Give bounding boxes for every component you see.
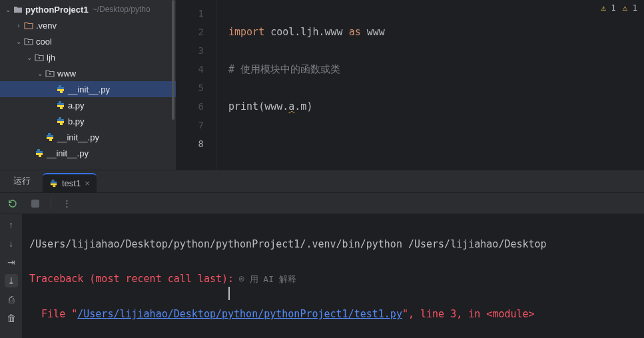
tree-label: __init__.py	[68, 84, 110, 94]
code-token: www	[367, 26, 385, 38]
code-token: as	[349, 26, 361, 38]
code-token: a	[288, 100, 294, 112]
line-number: 3	[176, 41, 204, 60]
scrollbar[interactable]	[172, 0, 174, 120]
chevron-down-icon: ⌄	[15, 38, 23, 45]
trash-icon[interactable]: 🗑	[5, 311, 18, 325]
tree-item-venv[interactable]: › .venv	[0, 17, 176, 33]
console-line: ", line 3, in <module>	[402, 308, 535, 320]
chevron-down-icon: ⌄	[4, 6, 12, 13]
tree-item-ljh[interactable]: ⌄ ljh	[0, 49, 176, 65]
code-token: print	[228, 100, 258, 112]
scroll-down-icon[interactable]: ↓	[5, 237, 18, 250]
line-number: 4	[176, 60, 204, 79]
more-button[interactable]: ⋮	[59, 196, 74, 211]
line-number: 5	[176, 79, 204, 97]
code-token: www.	[264, 100, 288, 112]
console-line: Traceback (most recent call last):	[29, 273, 234, 285]
soft-wrap-icon[interactable]: ⇥	[5, 255, 18, 269]
python-file-icon	[55, 84, 67, 94]
chevron-down-icon: ⌄	[25, 54, 33, 61]
tree-label: www	[57, 69, 76, 79]
line-number: 6	[176, 97, 204, 116]
folder-icon	[23, 21, 35, 29]
tree-item-init-www[interactable]: __init__.py	[0, 81, 176, 97]
python-file-icon	[55, 116, 67, 126]
code-token: )	[306, 100, 312, 112]
warning-count: 1	[611, 3, 615, 13]
svg-point-0	[28, 41, 29, 43]
line-number: 7	[176, 116, 204, 134]
warning-icon: ⚠	[601, 3, 606, 13]
caret	[228, 287, 230, 300]
tree-item-init-ljh[interactable]: __init__.py	[0, 129, 176, 145]
tree-root[interactable]: ⌄ pythonProject1 ~/Desktop/pytho	[0, 1, 176, 17]
print-icon[interactable]: ⎙	[5, 293, 18, 306]
svg-point-2	[49, 73, 51, 75]
close-icon[interactable]: ×	[85, 178, 90, 188]
tree-item-a[interactable]: a.py	[0, 97, 176, 113]
package-icon	[23, 37, 35, 45]
tree-label: __init__.py	[57, 132, 99, 142]
python-file-icon	[55, 100, 67, 110]
code-editor[interactable]: ⚠ 1 ⚠ 1 1 2 3 4 5 6 7 8 import cool.ljh.…	[176, 0, 644, 170]
run-tab[interactable]: test1 ×	[43, 173, 97, 192]
tree-label: .venv	[36, 21, 57, 31]
stop-button[interactable]	[28, 196, 43, 211]
tree-label: b.py	[68, 116, 85, 126]
line-number: 1	[176, 4, 204, 23]
code-token: .m	[294, 100, 306, 112]
code-token: cool.ljh.www	[270, 26, 342, 38]
chevron-right-icon: ›	[15, 22, 23, 29]
project-tree: ⌄ pythonProject1 ~/Desktop/pytho › .venv…	[0, 0, 176, 170]
line-number: 2	[176, 23, 204, 41]
tree-item-www[interactable]: ⌄ www	[0, 65, 176, 81]
svg-rect-3	[31, 200, 39, 208]
project-name: pythonProject1	[25, 5, 89, 15]
python-file-icon	[33, 148, 45, 158]
code-comment: # 使用模块中的函数或类	[228, 60, 385, 79]
console-line: File "	[29, 308, 77, 320]
tree-label: a.py	[68, 100, 85, 110]
code-token: (	[258, 100, 264, 112]
package-icon	[33, 53, 45, 61]
inspection-widget[interactable]: ⚠ 1 ⚠ 1	[601, 3, 637, 13]
console-toolbar: ↑ ↓ ⇥ ⤓ ⎙ 🗑	[0, 214, 23, 338]
tree-label: ljh	[47, 53, 55, 63]
run-tab-label: test1	[62, 178, 81, 188]
run-panel-title[interactable]: 运行	[5, 170, 39, 192]
chevron-down-icon: ⌄	[36, 70, 44, 77]
folder-icon	[12, 5, 24, 13]
tree-item-init-cool[interactable]: __init__.py	[0, 145, 176, 161]
warning-count: 1	[633, 3, 637, 13]
scroll-to-end-icon[interactable]: ⤓	[5, 274, 18, 287]
tree-item-cool[interactable]: ⌄ cool	[0, 33, 176, 49]
gutter[interactable]: 1 2 3 4 5 6 7 8	[176, 0, 216, 170]
scroll-up-icon[interactable]: ↑	[5, 218, 18, 232]
line-number: 8	[176, 134, 204, 153]
warning-icon: ⚠	[623, 3, 628, 13]
project-path: ~/Desktop/pytho	[93, 5, 151, 14]
svg-point-1	[39, 57, 40, 59]
tree-label: __init__.py	[47, 148, 89, 158]
python-file-icon	[49, 179, 58, 188]
code-area[interactable]: import cool.ljh.www as www # 使用模块中的函数或类 …	[216, 0, 385, 170]
divider	[51, 198, 51, 210]
tree-item-b[interactable]: b.py	[0, 113, 176, 129]
rerun-button[interactable]	[5, 196, 20, 211]
code-token: import	[228, 26, 264, 38]
package-icon	[44, 69, 56, 77]
python-file-icon	[44, 132, 56, 142]
tree-label: cool	[36, 37, 52, 47]
